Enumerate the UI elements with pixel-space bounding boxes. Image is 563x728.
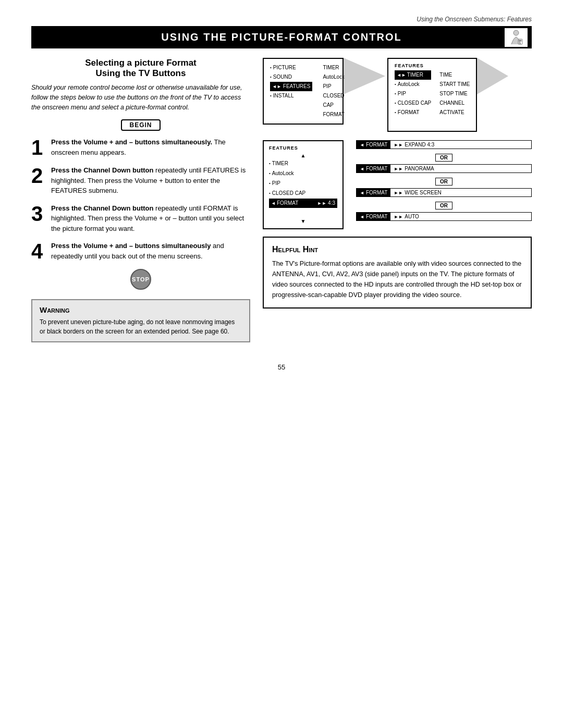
feat2-closedcap: • CLOSED CAP (269, 189, 337, 198)
step-number-2: 2 (31, 165, 46, 186)
feat2-format-highlighted: ◄ FORMAT ►► 4:3 (269, 199, 337, 208)
features-menu-title: FEATURES (269, 145, 337, 151)
step-bold-1: Press the Volume + and – buttons simulta… (51, 138, 212, 146)
section-heading: Selecting a picture Format Using the TV … (31, 58, 250, 79)
step-content-1: Press the Volume + and – buttons simulta… (51, 137, 250, 157)
sub-col-time: TIME (439, 70, 470, 80)
format-left-4: ◄ FORMAT (357, 213, 390, 220)
format-left-2: ◄ FORMAT (357, 165, 390, 172)
svg-marker-5 (344, 58, 385, 94)
main-menu-box: • PICTURE • SOUND ◄► FEATURES • INSTALL … (263, 58, 344, 125)
top-diagram-area: • PICTURE • SOUND ◄► FEATURES • INSTALL … (263, 58, 532, 132)
person-icon (506, 30, 526, 45)
warning-text: To prevent uneven picture-tube aging, do… (40, 317, 242, 336)
sub-col-stoptime: STOP TIME (439, 89, 470, 98)
hint-text: The TV's Picture-format options are avai… (272, 258, 522, 300)
connector-shape (344, 58, 385, 94)
svg-marker-6 (477, 58, 508, 94)
step-bold-2: Press the Channel Down button (51, 166, 153, 174)
step-number-4: 4 (31, 241, 46, 262)
helpful-hint-box: Helpful Hint The TV's Picture-format opt… (263, 237, 532, 309)
sub-timer-highlighted: ◄► TIMER (395, 70, 431, 80)
begin-badge: BEGIN (31, 119, 250, 131)
format-option-auto: ◄ FORMAT ►► AUTO (356, 212, 532, 221)
step-4: 4 Press the Volume + and – buttons simul… (31, 241, 250, 262)
menu-col-autolock: AutoLock (323, 72, 345, 82)
sub-format: • FORMAT (395, 108, 431, 117)
menu-col-closedcap: CLOSED CAP (323, 91, 345, 110)
warning-title: Warning (40, 305, 242, 314)
svg-rect-2 (519, 40, 522, 41)
menu-item-install: • INSTALL (270, 91, 312, 101)
menu-item-picture: • PICTURE (270, 63, 312, 72)
format-left-1: ◄ FORMAT (357, 141, 390, 149)
feat2-blank (269, 208, 337, 218)
step-bold-4: Press the Volume + and – buttons simulta… (51, 242, 211, 250)
title-bar: Using the Picture-Format Control (31, 26, 532, 48)
sub-blank (395, 117, 431, 127)
step-number-1: 1 (31, 137, 46, 158)
intro-text: Should your remote control become lost o… (31, 83, 250, 112)
or-box-2: OR (435, 178, 452, 186)
step-number-3: 3 (31, 203, 46, 224)
sub-autolock: • AutoLock (395, 80, 431, 89)
sub-col-starttime: START TIME (439, 80, 470, 89)
or-box-3: OR (435, 202, 452, 209)
page-number: 55 (31, 363, 532, 371)
page-section-label: Using the Onscreen Submenus: Features (31, 16, 532, 23)
page: Using the Onscreen Submenus: Features Us… (0, 0, 563, 728)
main-content: Selecting a picture Format Using the TV … (31, 58, 532, 342)
left-column: Selecting a picture Format Using the TV … (31, 58, 250, 342)
format-option-expand: ◄ FORMAT ►► EXPAND 4:3 (356, 140, 532, 149)
menu-col-timer: TIMER (323, 63, 345, 72)
feat2-autolock: • AutoLock (269, 169, 337, 178)
step-3: 3 Press the Channel Down button repeated… (31, 203, 250, 234)
menu-col-format: FORMAT (323, 110, 345, 119)
step-content-4: Press the Volume + and – buttons simulta… (51, 241, 250, 261)
menu-arrow-down: ▼ (269, 218, 337, 224)
stop-badge: STOP (31, 269, 250, 290)
sub-pip: • PIP (395, 89, 431, 98)
feat2-timer: • TIMER (269, 159, 337, 168)
format-options-area: ◄ FORMAT ►► EXPAND 4:3 OR ◄ FORMAT (356, 140, 532, 223)
menu-col-pip: PIP (323, 82, 345, 91)
or-box-1: OR (435, 154, 452, 162)
format-right-1: ►► EXPAND 4:3 (390, 141, 437, 149)
menu-arrow-up: ▲ (269, 153, 337, 158)
menu-item-features-highlighted: ◄► FEATURES (270, 82, 312, 91)
sub-col-activate: ACTIVATE (439, 108, 470, 117)
or-label-1: OR (356, 154, 532, 162)
features-menu-format: FEATURES ▲ • TIMER • AutoLock • PIP • CL… (263, 140, 344, 229)
format-right-2: ►► PANORAMA (390, 165, 437, 172)
or-label-2: OR (356, 178, 532, 186)
feat2-pip: • PIP (269, 179, 337, 188)
sub-col-blank2 (439, 117, 470, 127)
format-option-widescreen: ◄ FORMAT ►► WIDE SCREEN (356, 188, 532, 197)
connector-shape-2 (477, 58, 508, 94)
stop-circle: STOP (130, 269, 151, 290)
sub-col-channel: CHANNEL (439, 98, 470, 108)
format-right-4: ►► AUTO (390, 213, 422, 220)
format-left-3: ◄ FORMAT (357, 189, 390, 196)
step-content-2: Press the Channel Down button repeatedly… (51, 165, 250, 196)
right-column: • PICTURE • SOUND ◄► FEATURES • INSTALL … (263, 58, 532, 309)
page-title: Using the Picture-Format Control (161, 31, 401, 43)
step-bold-3: Press the Channel Down button (51, 204, 153, 212)
features-submenu-box: FEATURES ◄► TIMER • AutoLock • PIP • CLO… (387, 58, 477, 132)
menu-item-sound: • SOUND (270, 72, 312, 82)
second-menu-area: FEATURES ▲ • TIMER • AutoLock • PIP • CL… (263, 140, 532, 229)
svg-point-0 (513, 30, 519, 35)
or-label-3: OR (356, 202, 532, 209)
format-option-panorama: ◄ FORMAT ►► PANORAMA (356, 164, 532, 173)
step-content-3: Press the Channel Down button repeatedly… (51, 203, 250, 234)
step-2: 2 Press the Channel Down button repeated… (31, 165, 250, 196)
sub-closedcap: • CLOSED CAP (395, 98, 431, 108)
title-icon-box (505, 28, 528, 47)
format-right-3: ►► WIDE SCREEN (390, 189, 444, 196)
step-1: 1 Press the Volume + and – buttons simul… (31, 137, 250, 158)
warning-box: Warning To prevent uneven picture-tube a… (31, 299, 250, 342)
hint-title: Helpful Hint (272, 245, 522, 254)
features-label: FEATURES (395, 63, 470, 68)
